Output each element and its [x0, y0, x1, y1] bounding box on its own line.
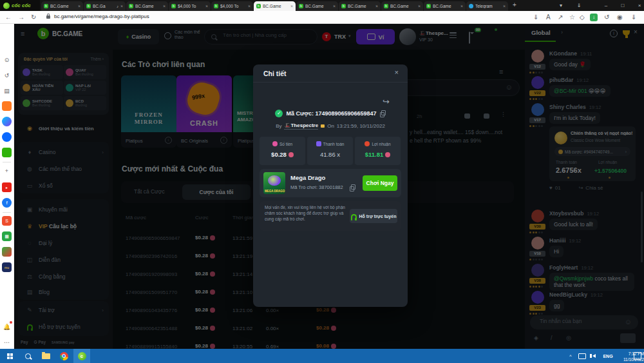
back-icon[interactable]: ←: [5, 13, 12, 22]
modal-title: Chi tiết: [263, 70, 287, 77]
telegram-favicon: [469, 4, 473, 8]
shopee-icon[interactable]: S: [2, 216, 12, 226]
coccoc-side-strip: ⊙ ↺ ▤ + ▸ f S ▦ mu 🔔 ⋯: [0, 24, 14, 349]
copy-icon[interactable]: [350, 184, 355, 191]
browser-tab[interactable]: bBC.Game×: [296, 1, 338, 11]
add-shortcut-icon[interactable]: +: [2, 166, 12, 175]
bcgame-favicon: b: [426, 4, 431, 8]
support-note: Mọi vấn đề, xin vui lòng liên hệ với bộ …: [260, 201, 401, 231]
tab-close-icon[interactable]: ×: [248, 4, 251, 8]
start-button[interactable]: [1, 349, 18, 363]
tab-close-icon[interactable]: ×: [418, 4, 421, 8]
tab-close-icon[interactable]: ×: [205, 4, 208, 8]
bet-author-link[interactable]: 🎩Thespectre: [284, 123, 318, 130]
coccoc-taskbar-icon[interactable]: c: [73, 349, 90, 363]
tab-close-icon[interactable]: ×: [290, 4, 293, 8]
newsfeed-icon[interactable]: ▤: [2, 86, 12, 95]
share-arrow-icon[interactable]: ↪: [383, 97, 390, 106]
profile-icon[interactable]: ◉: [617, 13, 623, 22]
messenger-icon[interactable]: [2, 117, 12, 126]
divider: [253, 82, 408, 83]
bcgame-favicon: b: [44, 4, 48, 8]
browser-tab[interactable]: Telegram×: [466, 1, 508, 11]
new-tab-button[interactable]: +: [513, 1, 516, 8]
history-icon[interactable]: ↺: [2, 70, 12, 80]
tab-close-icon[interactable]: ×: [333, 4, 336, 8]
tab-restore-icon[interactable]: ⇓: [572, 0, 586, 11]
bet-author-row: By 🎩Thespectre On 13:21:59, 10/11/2022: [253, 123, 408, 130]
browser-tab[interactable]: bBC.Game×: [339, 1, 381, 11]
payout-icon: [316, 141, 321, 146]
chrome-icon[interactable]: [55, 349, 72, 363]
screen: cốc cốc bBC.Game× bBC.Ga♪× bBC.Game× b$4…: [0, 0, 644, 363]
youtube-icon[interactable]: ▸: [2, 182, 12, 192]
game-name: Mega Drago: [290, 174, 325, 181]
coccoc-download-icon[interactable]: ↓: [590, 14, 598, 21]
tab-close-icon[interactable]: ×: [460, 4, 463, 8]
browser-addressbar: ← → ↻ bc.game/vi/game/mega-drago-by-plat…: [0, 11, 644, 24]
tab-close-icon[interactable]: ×: [120, 4, 123, 8]
more-ellipsis-icon[interactable]: ⋯: [2, 337, 12, 347]
window-maximize-button[interactable]: □: [616, 0, 630, 11]
coccoc-brand-label: cốc cốc: [12, 3, 31, 8]
facebook-icon[interactable]: f: [2, 198, 12, 208]
browser-tab-active[interactable]: bBC.Game×: [254, 1, 296, 11]
browser-tab[interactable]: bBC.Game×: [41, 1, 83, 11]
tab-search-icon[interactable]: ▾: [554, 0, 568, 11]
tray-expand-icon[interactable]: ^: [565, 349, 576, 363]
browser-tab[interactable]: bBC.Ga♪×: [84, 1, 126, 11]
windows-taskbar: c ^ ENG 7:12 PM 11/10/2022: [0, 349, 644, 363]
window-close-button[interactable]: ×: [632, 0, 644, 11]
tab-close-icon[interactable]: ×: [78, 4, 80, 8]
network-icon[interactable]: [577, 349, 587, 363]
bcgame-favicon: b: [341, 4, 346, 8]
games-gamepad-icon[interactable]: [2, 148, 12, 157]
copy-icon[interactable]: [380, 110, 386, 117]
bet-id-row: ✓ Mã Cược: 1749089065906659847: [253, 110, 408, 117]
browser-tab[interactable]: b$4,000 To×: [211, 1, 253, 11]
live-support-button[interactable]: Hỗ trợ trực tuyến: [350, 209, 397, 223]
promo-app-icon[interactable]: [2, 247, 12, 257]
mega-drago-thumbnail[interactable]: MEGA DRAGO: [263, 172, 285, 194]
bcgame-favicon: b: [214, 4, 218, 8]
coccoc-logo-icon: [3, 3, 10, 9]
play-now-button[interactable]: Chơi Ngay: [363, 175, 397, 191]
tab-close-icon[interactable]: ×: [375, 4, 378, 8]
tab-audio-icon[interactable]: ♪: [117, 5, 118, 8]
save-page-icon[interactable]: ⇓: [533, 13, 538, 22]
refresh-icon[interactable]: ↻: [31, 13, 36, 22]
taskbar-search-icon[interactable]: [19, 349, 36, 363]
volume-icon[interactable]: [589, 349, 599, 363]
forward-icon[interactable]: →: [18, 13, 24, 22]
file-explorer-icon[interactable]: [37, 349, 54, 363]
translate-icon[interactable]: A: [546, 13, 551, 22]
action-center-icon[interactable]: [632, 349, 643, 363]
zalo-icon[interactable]: [2, 132, 12, 142]
vip-mini-badge: [321, 124, 325, 128]
bcgame-favicon: b: [129, 4, 133, 8]
store-app-icon[interactable]: ▦: [2, 231, 12, 241]
tab-close-icon[interactable]: ×: [163, 4, 166, 8]
notifications-bell-icon[interactable]: 🔔: [2, 322, 12, 331]
tab-close-icon[interactable]: ×: [503, 4, 506, 8]
game-id: Mã Trò chơi: 387001882: [290, 184, 343, 190]
url-text[interactable]: bc.game/vi/game/mega-drago-by-platipus: [54, 14, 149, 19]
browser-tab[interactable]: bBC.Game×: [424, 1, 466, 11]
bookmark-star-icon[interactable]: ☆: [569, 13, 575, 22]
mu-app-icon[interactable]: mu: [2, 262, 12, 272]
coin-icon: [289, 152, 294, 157]
language-indicator[interactable]: ENG: [600, 349, 616, 363]
browser-tab[interactable]: b$4,000 To×: [169, 1, 211, 11]
sync-icon[interactable]: ↺: [604, 13, 609, 22]
share-icon[interactable]: ↗: [558, 13, 563, 22]
hot-flame-icon[interactable]: [2, 101, 12, 111]
window-minimize-button[interactable]: –: [599, 0, 613, 11]
browser-tab[interactable]: bBC.Game×: [126, 1, 168, 11]
game-row: MEGA DRAGO Mega Drago Mã Trò chơi: 38700…: [260, 169, 401, 197]
adblock-shield-icon[interactable]: ◇: [580, 13, 585, 22]
modal-close-icon[interactable]: ×: [395, 68, 399, 76]
browser-tab[interactable]: bBC.Game×: [381, 1, 423, 11]
settings-gear-icon[interactable]: ⊙: [2, 55, 12, 64]
downloads-tray-icon[interactable]: ⇓: [631, 13, 636, 22]
bcgame-favicon: b: [171, 4, 176, 8]
